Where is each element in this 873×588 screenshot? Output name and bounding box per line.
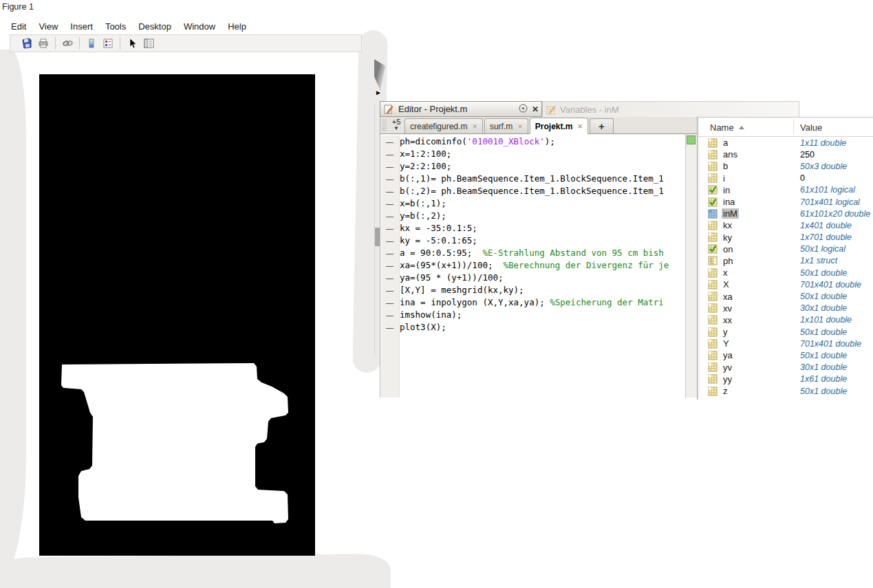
breakpoint-dash[interactable]: — <box>381 173 399 185</box>
breakpoint-dash[interactable]: — <box>381 185 399 197</box>
editor-dock-menu-button[interactable] <box>517 104 529 115</box>
sort-ascending-icon <box>739 126 744 129</box>
breakpoint-dash[interactable]: — <box>381 272 399 284</box>
breakpoint-dash[interactable]: — <box>381 247 399 259</box>
code-line: ky = -5:0.1:65; <box>400 235 685 247</box>
edit-plot-icon[interactable] <box>126 37 138 50</box>
breakpoint-dash[interactable]: — <box>381 160 399 173</box>
variable-name[interactable]: xx <box>722 315 733 325</box>
variable-row-ya[interactable]: ya50x1 double <box>698 349 873 361</box>
variable-name[interactable]: ky <box>722 232 733 243</box>
editor-gutter: ———————————————— <box>381 135 400 398</box>
variable-row-ky[interactable]: ky1x701 double <box>698 232 873 243</box>
variable-name[interactable]: kx <box>722 220 733 230</box>
variable-row-xv[interactable]: xv30x1 double <box>698 303 873 314</box>
column-header-name[interactable]: Name <box>710 122 734 133</box>
breakpoint-dash[interactable]: — <box>381 309 399 321</box>
variable-name[interactable]: y <box>722 327 729 337</box>
menu-item-desktop[interactable]: Desktop <box>132 20 177 33</box>
hidden-tabs-overflow-button[interactable]: +5▼ <box>388 118 405 132</box>
breakpoint-dash[interactable]: — <box>381 259 399 272</box>
editor-tab-Projekt-m[interactable]: Projekt.m✕ <box>530 118 588 134</box>
breakpoint-dash[interactable]: — <box>381 321 399 334</box>
variable-row-y[interactable]: y50x1 double <box>698 326 873 338</box>
editor-close-button[interactable]: ✕ <box>529 105 541 114</box>
breakpoint-dash[interactable]: — <box>381 197 399 210</box>
variable-name[interactable]: i <box>722 173 726 184</box>
code-line: ya=(95 * (y+1))/100; <box>400 272 685 284</box>
variable-row-b[interactable]: b50x3 double <box>698 160 873 172</box>
breakpoint-dash[interactable]: — <box>381 222 399 235</box>
variable-row-Y[interactable]: Y701x401 double <box>698 338 873 349</box>
editor-tab-createfigured-m[interactable]: createfigured.m✕ <box>405 118 483 133</box>
variable-name[interactable]: xa <box>722 292 734 302</box>
variable-name[interactable]: Y <box>722 338 731 349</box>
colorbar-icon[interactable] <box>85 37 98 50</box>
variable-row-ans[interactable]: ans250 <box>698 149 873 160</box>
link-plot-icon[interactable] <box>61 37 74 50</box>
variable-row-z[interactable]: z50x1 double <box>698 385 873 397</box>
breakpoint-dash[interactable]: — <box>381 135 399 148</box>
variable-value: 1x701 double <box>800 232 852 242</box>
variable-name[interactable]: ina <box>722 197 736 207</box>
breakpoint-dash[interactable]: — <box>381 296 399 309</box>
variable-row-ina[interactable]: ina701x401 logical <box>698 196 873 208</box>
new-tab-button[interactable]: + <box>590 118 614 133</box>
variable-row-yv[interactable]: yv30x1 double <box>698 362 873 373</box>
editor-code-area[interactable]: ———————————————— ph=dicominfo('010010_XB… <box>380 134 697 398</box>
code-line: b(:,2)= ph.BeamSequence.Item_1.BlockSequ… <box>400 185 685 197</box>
variable-name[interactable]: b <box>722 161 729 171</box>
variable-row-X[interactable]: X701x401 double <box>698 279 873 290</box>
variable-name[interactable]: a <box>722 138 729 148</box>
tabbar-grip[interactable] <box>382 120 387 132</box>
menu-item-insert[interactable]: Insert <box>64 20 99 33</box>
menu-item-help[interactable]: Help <box>222 20 252 33</box>
variable-row-inM[interactable]: inM61x101x20 double <box>698 208 873 219</box>
variable-name[interactable]: X <box>722 279 731 290</box>
variable-row-kx[interactable]: kx1x401 double <box>698 219 873 231</box>
editor-tab-surf-m[interactable]: surf.m✕ <box>484 118 528 133</box>
tab-close-icon[interactable]: ✕ <box>517 123 523 130</box>
variable-name[interactable]: yy <box>722 374 733 384</box>
variable-row-xa[interactable]: xa50x1 double <box>698 290 873 302</box>
menu-item-view[interactable]: View <box>32 20 64 33</box>
variable-name[interactable]: inM <box>722 208 739 219</box>
variable-name[interactable]: yv <box>722 362 733 373</box>
editor-scrollbar[interactable] <box>685 134 697 398</box>
variable-name[interactable]: z <box>722 386 729 396</box>
menu-item-edit[interactable]: Edit <box>5 20 32 33</box>
column-divider[interactable] <box>793 119 794 135</box>
tab-close-icon[interactable]: ✕ <box>472 123 477 130</box>
variable-row-yy[interactable]: yy1x61 double <box>698 373 873 385</box>
menu-item-window[interactable]: Window <box>177 20 222 33</box>
breakpoint-dash[interactable]: — <box>381 210 399 222</box>
save-icon[interactable] <box>21 37 33 50</box>
variable-row-a[interactable]: a1x11 double <box>698 137 873 149</box>
variable-name[interactable]: xv <box>722 303 733 314</box>
torn-gray-left <box>0 50 26 588</box>
variable-row-ph[interactable]: ph1x1 struct <box>698 255 873 267</box>
variable-value: 50x1 double <box>800 292 847 301</box>
variable-row-on[interactable]: on50x1 logical <box>698 243 873 255</box>
breakpoint-dash[interactable]: — <box>381 235 399 247</box>
variable-name[interactable]: ph <box>722 256 734 266</box>
print-icon[interactable] <box>37 37 50 50</box>
property-inspector-icon[interactable] <box>142 37 155 50</box>
breakpoint-dash[interactable]: — <box>381 284 399 296</box>
menu-item-tools[interactable]: Tools <box>99 20 132 33</box>
variable-row-xx[interactable]: xx1x101 double <box>698 314 873 326</box>
column-header-value[interactable]: Value <box>800 122 822 133</box>
variable-row-i[interactable]: i0 <box>698 173 873 184</box>
variable-name[interactable]: ya <box>722 350 734 360</box>
tab-close-icon[interactable]: ✕ <box>578 123 583 130</box>
variable-name[interactable]: ans <box>722 149 739 160</box>
variable-name[interactable]: in <box>722 185 731 195</box>
breakpoint-dash[interactable]: — <box>381 148 399 160</box>
variable-name[interactable]: x <box>722 268 729 278</box>
variable-name[interactable]: on <box>722 244 734 254</box>
legend-icon[interactable] <box>102 37 114 50</box>
code-line: [X,Y] = meshgrid(kx,ky); <box>400 284 685 296</box>
variable-row-in[interactable]: in61x101 logical <box>698 184 873 196</box>
editor-titlebar[interactable]: Editor - Projekt.m ✕ <box>380 101 542 117</box>
variable-row-x[interactable]: x50x1 double <box>698 267 873 279</box>
